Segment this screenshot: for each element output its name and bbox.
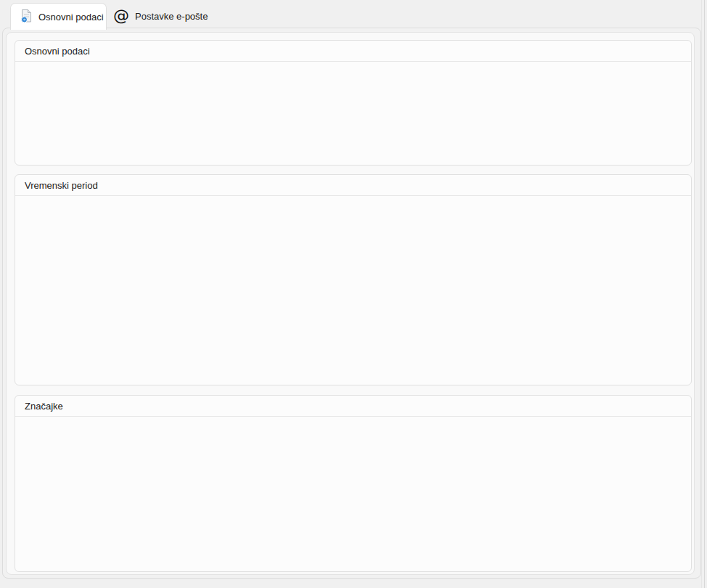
group-title: Vremenski period [25,180,98,191]
app-window: Osnovni podaci @ Postavke e-pošte Osnovn… [0,0,707,588]
tab-label: Postavke e-pošte [135,11,208,22]
group-title-separator [15,416,691,417]
group-znacajke: Značajke [15,395,692,572]
group-title: Značajke [25,401,63,412]
tab-postavke-eposte[interactable]: @ Postavke e-pošte [109,4,218,28]
at-icon: @ [113,8,129,24]
group-vremenski-period: Vremenski period [15,174,692,385]
window-edge-line [704,0,705,588]
window-edge-line [701,0,702,588]
group-title: Osnovni podaci [25,46,90,57]
tab-osnovni-podaci[interactable]: Osnovni podaci [10,3,107,30]
document-info-icon [20,9,33,25]
group-title-separator [15,61,691,62]
group-title-separator [15,195,691,196]
tab-label: Osnovni podaci [38,12,104,23]
group-osnovni-podaci: Osnovni podaci [15,40,692,166]
